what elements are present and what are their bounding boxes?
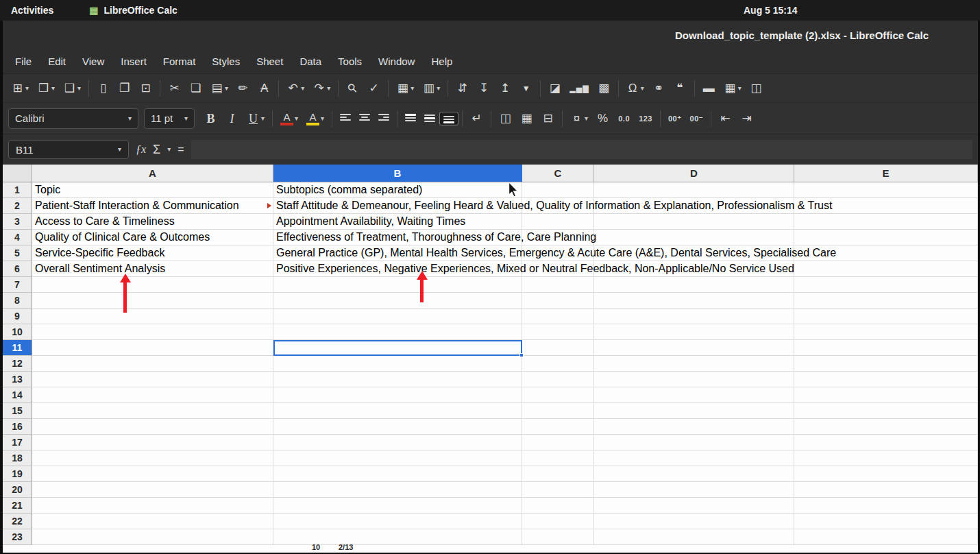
cell-A9[interactable]: [32, 309, 273, 324]
cell-D17[interactable]: [594, 435, 794, 450]
cell-C9[interactable]: [522, 309, 594, 324]
menu-item-styles[interactable]: Styles: [204, 52, 248, 71]
decrease-indent-button[interactable]: ⇤: [715, 110, 736, 128]
cell-A13[interactable]: [32, 372, 273, 387]
font-size-dropdown[interactable]: ▾: [184, 115, 188, 122]
menu-item-sheet[interactable]: Sheet: [248, 52, 291, 71]
cell-C16[interactable]: [522, 419, 594, 435]
cell-D19[interactable]: [594, 466, 794, 482]
cell-C17[interactable]: [522, 435, 594, 450]
underline-button[interactable]: U▾: [243, 110, 269, 128]
formula-equals-icon[interactable]: =: [177, 143, 184, 156]
cell-C7[interactable]: [522, 277, 594, 293]
highlighting-color-dropdown[interactable]: ▾: [321, 115, 324, 122]
cell-B6[interactable]: Positive Experiences, Negative Experienc…: [273, 261, 522, 277]
row-header-9[interactable]: 9: [3, 309, 32, 324]
title-bar[interactable]: Download_topic_template (2).xlsx - Libre…: [3, 21, 978, 49]
cell-E21[interactable]: [794, 498, 978, 514]
cell-B12[interactable]: [273, 356, 522, 372]
cell-B16[interactable]: [273, 419, 522, 435]
cell-E13[interactable]: [794, 372, 978, 387]
split-window-button[interactable]: ◫: [746, 80, 767, 97]
cell-B3[interactable]: Appointment Availability, Waiting Times: [273, 214, 522, 230]
column-header-D[interactable]: D: [594, 165, 794, 182]
row-header-19[interactable]: 19: [3, 466, 32, 482]
table-borders-button[interactable]: ▦▾: [392, 80, 418, 97]
format-as-percent-button[interactable]: %: [592, 110, 613, 128]
insert-pivot-table-button[interactable]: ▩: [593, 80, 615, 97]
insert-hyperlink-button[interactable]: ⚭: [648, 80, 670, 97]
cell-D23[interactable]: [594, 529, 794, 545]
menu-item-help[interactable]: Help: [423, 52, 461, 71]
row-header-22[interactable]: 22: [3, 514, 32, 529]
cell-B10[interactable]: [273, 324, 522, 340]
cell-B1[interactable]: Subtopics (comma separated): [273, 182, 522, 198]
cell-E15[interactable]: [794, 403, 978, 419]
cell-E6[interactable]: [794, 261, 978, 277]
redo-button[interactable]: ↷▾: [308, 80, 334, 97]
font-name-dropdown[interactable]: ▾: [128, 115, 132, 122]
cell-A7[interactable]: [32, 277, 273, 293]
cell-A20[interactable]: [32, 482, 273, 498]
row-header-23[interactable]: 23: [3, 529, 32, 545]
menu-item-file[interactable]: File: [7, 52, 40, 71]
undo-dropdown[interactable]: ▾: [301, 85, 304, 92]
cell-B20[interactable]: [273, 482, 522, 498]
row-header-14[interactable]: 14: [3, 387, 32, 403]
open-file-button[interactable]: ❒▾: [33, 80, 59, 97]
bold-button[interactable]: B: [200, 110, 221, 128]
function-wizard-icon[interactable]: ƒx: [136, 143, 146, 156]
cell-A11[interactable]: [32, 340, 273, 356]
cell-B9[interactable]: [273, 309, 522, 324]
column-header-E[interactable]: E: [794, 165, 978, 182]
font-size-combo[interactable]: 11 pt ▾: [144, 108, 195, 129]
align-left-button[interactable]: [336, 112, 355, 125]
cell-A17[interactable]: [32, 435, 273, 450]
autosum-dropdown[interactable]: ▾: [167, 146, 171, 153]
border-style-dropdown[interactable]: ▾: [437, 85, 440, 92]
redo-dropdown[interactable]: ▾: [327, 85, 330, 92]
increase-indent-button[interactable]: ⇥: [736, 110, 757, 128]
cell-B19[interactable]: [273, 466, 522, 482]
highlighting-color-button[interactable]: A▾: [302, 110, 328, 128]
cell-A21[interactable]: [32, 498, 273, 514]
autosum-icon[interactable]: Σ: [153, 143, 160, 157]
column-header-B[interactable]: B: [273, 165, 522, 182]
cell-A14[interactable]: [32, 387, 273, 403]
cut-button[interactable]: ✂: [164, 80, 185, 97]
fill-handle[interactable]: [519, 353, 524, 357]
font-name-combo[interactable]: Calibri ▾: [8, 108, 138, 129]
cell-D12[interactable]: [594, 356, 794, 372]
align-bottom-button[interactable]: [439, 112, 458, 125]
row-header-7[interactable]: 7: [3, 277, 32, 293]
cell-A3[interactable]: Access to Care & Timeliness: [32, 214, 273, 230]
print-button[interactable]: ❐: [114, 80, 135, 97]
cell-E10[interactable]: [794, 324, 978, 340]
insert-image-button[interactable]: ◪: [544, 80, 565, 97]
row-header-16[interactable]: 16: [3, 419, 32, 435]
format-as-currency-dropdown[interactable]: ▾: [585, 115, 588, 122]
row-header-20[interactable]: 20: [3, 482, 32, 498]
table-borders-dropdown[interactable]: ▾: [411, 85, 414, 92]
formula-input[interactable]: [191, 140, 972, 159]
cell-D20[interactable]: [594, 482, 794, 498]
new-spreadsheet-button[interactable]: ⊞▾: [7, 80, 33, 97]
border-style-button[interactable]: ▥▾: [418, 80, 444, 97]
cell-D7[interactable]: [594, 277, 794, 293]
menu-item-view[interactable]: View: [74, 52, 112, 71]
cell-A1[interactable]: Topic: [32, 182, 273, 198]
print-preview-button[interactable]: ⊡: [135, 80, 156, 97]
cell-B4[interactable]: Effectiveness of Treatment, Thoroughness…: [273, 230, 522, 245]
cell-A19[interactable]: [32, 466, 273, 482]
cell-B7[interactable]: [273, 277, 522, 293]
cell-C15[interactable]: [522, 403, 594, 419]
row-header-3[interactable]: 3: [3, 214, 32, 230]
save-dropdown[interactable]: ▾: [77, 85, 81, 92]
cell-C3[interactable]: [522, 214, 594, 230]
export-pdf-button[interactable]: ▯: [93, 80, 114, 97]
cell-C14[interactable]: [522, 387, 594, 403]
cell-C8[interactable]: [522, 293, 594, 309]
menu-item-insert[interactable]: Insert: [112, 52, 155, 71]
cell-E22[interactable]: [794, 514, 978, 529]
column-header-C[interactable]: C: [522, 165, 594, 182]
